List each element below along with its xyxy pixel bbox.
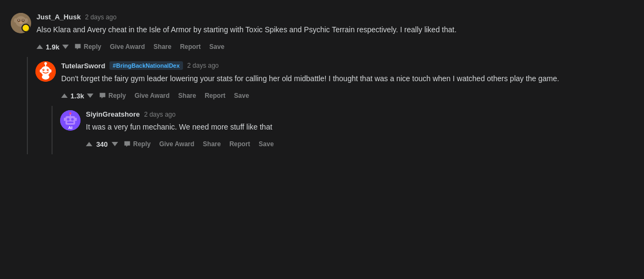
timestamp: 2 days ago xyxy=(144,111,175,118)
give-award-button[interactable]: Give Award xyxy=(131,90,173,102)
share-button[interactable]: Share xyxy=(200,138,224,150)
comment-text: Don't forget the fairy gym leader loweri… xyxy=(61,73,633,84)
upvote-button[interactable] xyxy=(61,94,68,98)
svg-point-17 xyxy=(43,69,45,70)
svg-point-7 xyxy=(14,18,17,23)
svg-point-24 xyxy=(67,118,70,121)
username: TutelarSword xyxy=(61,62,105,70)
svg-point-28 xyxy=(69,112,71,115)
report-button[interactable]: Report xyxy=(177,41,204,53)
vote-count: 1.3k xyxy=(70,92,85,100)
svg-point-21 xyxy=(42,74,49,80)
report-button[interactable]: Report xyxy=(201,90,229,102)
svg-rect-26 xyxy=(67,121,74,123)
reply-label: Reply xyxy=(133,140,151,148)
save-button[interactable]: Save xyxy=(255,138,277,150)
timestamp: 2 days ago xyxy=(187,62,219,69)
comment-item: TutelarSword #BringBackNationalDex 2 day… xyxy=(35,57,633,106)
chat-icon xyxy=(99,92,106,99)
svg-point-4 xyxy=(18,20,19,21)
give-award-label: Give Award xyxy=(159,140,194,148)
downvote-button[interactable] xyxy=(62,45,69,49)
svg-text:AI: AI xyxy=(68,125,72,130)
share-button[interactable]: Share xyxy=(175,90,199,102)
reply-label: Reply xyxy=(84,43,101,51)
username: Just_A_Husk xyxy=(36,13,80,21)
comment-thread: ★ Just_A_Husk 2 days ago Also Klara and … xyxy=(11,9,633,154)
chat-icon xyxy=(123,140,131,148)
comment-text: Also Klara and Avery cheat in the Isle o… xyxy=(36,24,633,35)
svg-point-19 xyxy=(40,69,42,73)
share-label: Share xyxy=(153,43,171,51)
svg-rect-30 xyxy=(75,118,77,121)
give-award-label: Give Award xyxy=(110,43,145,51)
reply-button[interactable]: Reply xyxy=(120,138,154,150)
report-button[interactable]: Report xyxy=(226,138,253,150)
comment-header: SiyinGreatshore 2 days ago xyxy=(86,110,633,118)
upvote-button[interactable] xyxy=(36,45,43,49)
svg-point-9 xyxy=(24,26,30,32)
vote-section: 340 xyxy=(86,140,118,148)
svg-point-18 xyxy=(48,69,49,70)
svg-point-14 xyxy=(45,62,47,65)
vote-count: 1.9k xyxy=(45,43,60,51)
report-label: Report xyxy=(180,43,201,51)
share-label: Share xyxy=(178,92,196,99)
svg-rect-23 xyxy=(65,116,75,125)
share-label: Share xyxy=(203,140,221,148)
svg-text:★: ★ xyxy=(25,28,29,32)
reply-button[interactable]: Reply xyxy=(96,90,129,102)
comment-actions: 1.9k Reply Give Award Share Report xyxy=(36,41,633,53)
save-label: Save xyxy=(209,43,224,51)
comment-body: TutelarSword #BringBackNationalDex 2 day… xyxy=(61,61,633,102)
comment-body: Just_A_Husk 2 days ago Also Klara and Av… xyxy=(36,13,633,53)
give-award-button[interactable]: Give Award xyxy=(107,41,148,53)
svg-point-20 xyxy=(49,69,52,73)
timestamp: 2 days ago xyxy=(85,13,116,21)
nested-comment-thread: TutelarSword #BringBackNationalDex 2 day… xyxy=(27,57,633,154)
downvote-button[interactable] xyxy=(87,94,93,98)
comment-actions: 1.3k Reply Give Award Share xyxy=(61,90,633,102)
comment-body: SiyinGreatshore 2 days ago It was a very… xyxy=(86,110,633,150)
vote-section: 1.3k xyxy=(61,92,93,100)
svg-point-8 xyxy=(25,18,28,23)
comment-header: TutelarSword #BringBackNationalDex 2 day… xyxy=(61,61,633,70)
comment-header: Just_A_Husk 2 days ago xyxy=(36,13,633,21)
save-label: Save xyxy=(234,92,249,99)
share-button[interactable]: Share xyxy=(150,41,174,53)
nested-nested-comment-thread: AI SiyinGreatshore 2 days ago It was a v… xyxy=(52,106,633,154)
avatar: ★ xyxy=(11,13,31,33)
comment-item: ★ Just_A_Husk 2 days ago Also Klara and … xyxy=(11,9,633,57)
svg-point-6 xyxy=(19,22,23,24)
user-flair: #BringBackNationalDex xyxy=(109,61,183,70)
comment-item: AI SiyinGreatshore 2 days ago It was a v… xyxy=(60,106,633,154)
svg-rect-29 xyxy=(64,118,65,121)
reply-button[interactable]: Reply xyxy=(71,41,105,53)
chat-icon xyxy=(74,43,82,51)
report-label: Report xyxy=(204,92,225,99)
vote-count: 340 xyxy=(94,140,109,148)
report-label: Report xyxy=(229,140,250,148)
comment-actions: 340 Reply Give Award xyxy=(86,138,633,150)
svg-point-25 xyxy=(71,118,74,121)
save-button[interactable]: Save xyxy=(206,41,228,53)
downvote-button[interactable] xyxy=(112,142,118,146)
avatar: AI xyxy=(60,110,80,131)
reply-label: Reply xyxy=(108,92,126,99)
vote-section: 1.9k xyxy=(36,43,69,51)
svg-point-5 xyxy=(23,20,24,21)
avatar xyxy=(35,61,56,82)
give-award-label: Give Award xyxy=(135,92,170,99)
username: SiyinGreatshore xyxy=(86,110,140,118)
upvote-button[interactable] xyxy=(86,142,92,146)
save-button[interactable]: Save xyxy=(231,90,252,102)
give-award-button[interactable]: Give Award xyxy=(156,138,197,150)
save-label: Save xyxy=(259,140,274,148)
comment-text: It was a very fun mechanic. We need more… xyxy=(86,121,633,133)
